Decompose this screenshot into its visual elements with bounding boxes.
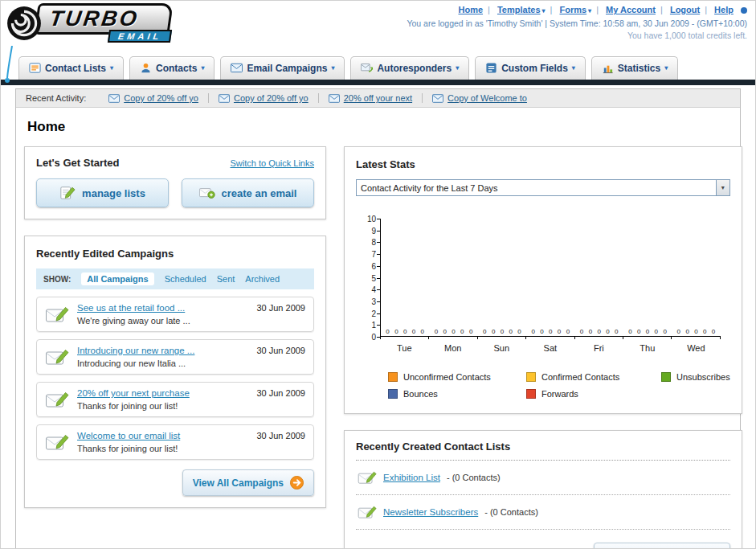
data-value-label: 0 [492, 328, 495, 335]
envelope-pencil-icon [358, 469, 377, 485]
latest-stats-panel: Latest Stats Contact Activity for the La… [344, 146, 742, 414]
nav-templates-label: Templates [497, 5, 541, 14]
campaign-title-link[interactable]: 20% off your next purchase [77, 388, 243, 398]
data-value-label: 0 [615, 328, 618, 335]
filter-archived[interactable]: Archived [245, 274, 280, 284]
chevron-down-icon: ▾ [716, 180, 729, 195]
logo-tail-decoration [4, 46, 15, 84]
campaign-title-link[interactable]: Welcome to our email list [77, 431, 243, 440]
pencil-list-icon [59, 185, 76, 201]
x-axis-label: Tue [380, 343, 429, 353]
chart-x-labels: TueMonSunSatFriThuWed [380, 343, 721, 353]
y-axis-tick: 3 [362, 297, 380, 306]
legend-item: Bounces [388, 389, 526, 399]
app-logo[interactable]: TURBO EMAIL [6, 3, 171, 43]
nav-home-link[interactable]: Home [458, 5, 494, 14]
nav-templates-link[interactable]: Templates▾ [497, 5, 557, 14]
envelope-icon [432, 94, 443, 103]
switch-quick-links-link[interactable]: Switch to Quick Links [230, 158, 314, 168]
chevron-down-icon: ▾ [664, 64, 668, 72]
custom-fields-icon [485, 62, 497, 74]
y-axis-tick: 10 [362, 215, 380, 223]
manage-lists-button[interactable]: manage lists [36, 178, 169, 207]
filter-all-campaigns[interactable]: All Campaigns [81, 272, 153, 285]
contact-list-link[interactable]: Newsletter Subscribers [383, 507, 478, 517]
nav-logout-link[interactable]: Logout [670, 5, 712, 14]
statistics-icon [602, 62, 614, 74]
tab-statistics[interactable]: Statistics ▾ [591, 56, 678, 80]
data-value-label: 0 [517, 328, 521, 335]
login-info: You are logged in as 'Timothy Smith' | S… [407, 18, 747, 28]
contact-list-row: Exhibition List - (0 Contacts) [356, 461, 730, 495]
nav-forms-link[interactable]: Forms▾ [559, 5, 603, 14]
campaign-subtitle: Thanks for joining our list! [77, 444, 243, 453]
nav-help-link[interactable]: Help [714, 5, 734, 14]
tab-email-campaigns[interactable]: Email Campaigns ▾ [220, 56, 345, 80]
x-axis-label: Sun [477, 343, 526, 353]
data-value-label: 0 [694, 328, 697, 335]
tab-contact-lists[interactable]: Contact Lists ▾ [18, 56, 124, 80]
right-column: Latest Stats Contact Activity for the La… [344, 146, 742, 549]
legend-item: Unconfirmed Contacts [388, 372, 526, 382]
data-value-label: 0 [452, 328, 455, 335]
campaign-row: Welcome to our email list Thanks for joi… [36, 424, 314, 460]
x-axis-label: Thu [623, 343, 672, 353]
view-all-campaigns-button[interactable]: View All Campaigns [182, 469, 314, 496]
recent-contact-lists-panel: Recently Created Contact Lists Exhibitio… [344, 430, 742, 549]
left-column: Let's Get Started Switch to Quick Links … [24, 146, 326, 508]
create-email-button[interactable]: create an email [182, 178, 314, 207]
page-title: Home [27, 119, 732, 135]
recent-activity-item[interactable]: Copy of 20% off yo [208, 93, 309, 103]
filter-sent[interactable]: Sent [217, 274, 235, 284]
chart-day-group: 00000 [526, 219, 574, 336]
recent-activity-item[interactable]: Copy of 20% off yo [99, 93, 198, 103]
data-value-label: 0 [483, 328, 486, 335]
get-started-title: Let's Get Started [36, 157, 120, 169]
activity-period-select[interactable]: Contact Activity for the Last 7 Days ▾ [356, 179, 730, 196]
legend-label: Unsubscribes [676, 372, 730, 382]
recent-activity-item[interactable]: Copy of Welcome to [422, 93, 527, 103]
campaign-date: 30 Jun 2009 [256, 346, 305, 355]
logo-subtitle: EMAIL [108, 30, 172, 43]
recent-activity-bar: Recent Activity: Copy of 20% off yo Copy… [16, 89, 740, 108]
nav-my-account-label: My Account [606, 5, 656, 14]
recent-activity-item[interactable]: 20% off your next [318, 93, 412, 103]
tab-label: Contact Lists [45, 63, 106, 74]
y-axis-tick: 2 [362, 309, 380, 318]
envelope-icon [108, 94, 120, 103]
see-all-contact-lists-button[interactable]: See All Contact Lists [594, 543, 730, 549]
contact-list-detail: - (0 Contacts) [447, 473, 501, 482]
tab-contacts[interactable]: Contacts ▾ [129, 56, 215, 80]
latest-stats-title: Latest Stats [356, 158, 415, 170]
content-box: Recent Activity: Copy of 20% off yo Copy… [15, 88, 741, 549]
data-value-label: 0 [566, 328, 570, 335]
contact-lists-title: Recently Created Contact Lists [356, 440, 730, 461]
chart-x-ticks [380, 337, 721, 339]
status-dot-icon [741, 7, 747, 14]
data-value-label: 0 [549, 328, 552, 335]
data-value-label: 0 [501, 328, 504, 335]
data-value-label: 0 [443, 328, 447, 335]
data-value-label: 0 [509, 328, 512, 335]
x-axis-label: Mon [429, 343, 478, 353]
tab-label: Custom Fields [501, 63, 568, 74]
nav-my-account-link[interactable]: My Account [606, 5, 668, 14]
contact-list-link[interactable]: Exhibition List [383, 473, 440, 482]
recent-activity-item-label: Copy of Welcome to [447, 93, 527, 103]
header-right: Home Templates▾ Forms▾ My Account Logout… [407, 5, 747, 40]
tab-autoresponders[interactable]: Autoresponders ▾ [350, 56, 469, 80]
campaign-title-link[interactable]: See us at the retail food ... [77, 303, 243, 313]
y-axis-tick: 9 [362, 227, 380, 236]
tab-custom-fields[interactable]: Custom Fields ▾ [475, 56, 586, 80]
data-value-label: 0 [655, 328, 658, 335]
data-value-label: 0 [677, 328, 680, 335]
filter-scheduled[interactable]: Scheduled [165, 274, 206, 284]
campaign-row: Introducing our new range ... Introducin… [36, 339, 314, 375]
y-axis-tick: 7 [362, 250, 380, 259]
campaign-subtitle: Thanks for joining our list! [77, 401, 243, 411]
campaign-title-link[interactable]: Introducing our new range ... [77, 346, 243, 355]
data-value-label: 0 [558, 328, 561, 335]
tab-label: Contacts [156, 63, 197, 74]
chart-y-axis: 109876543210 [359, 219, 380, 337]
envelope-pencil-icon [358, 504, 377, 520]
